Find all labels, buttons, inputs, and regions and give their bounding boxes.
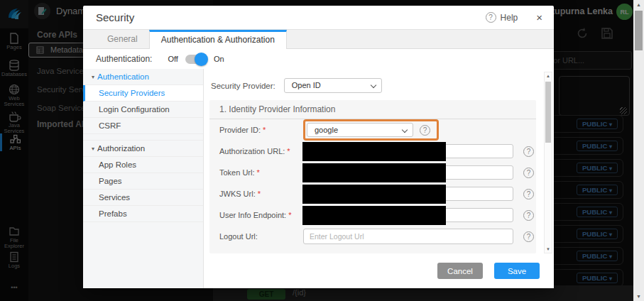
logout-url-row: Logout Url: ?: [209, 226, 536, 247]
scroll-up-icon[interactable]: ▲: [633, 2, 644, 7]
screen: Pages Databases Web Services Java Servic…: [0, 0, 644, 301]
redaction-overlay: [302, 163, 446, 182]
field-label: Logout Url:: [219, 232, 303, 241]
redaction-overlay: [302, 206, 446, 225]
chevron-down-icon: [402, 127, 408, 133]
identity-provider-panel: 1. Identity Provider Information Provide…: [209, 100, 536, 253]
dialog-title: Security: [96, 11, 486, 23]
nav-item-app-roles[interactable]: App Roles: [83, 157, 203, 173]
jwks-url-row: JWKS Url:* ?: [209, 183, 536, 204]
authentication-toggle[interactable]: [185, 55, 207, 64]
nav-header-authorization[interactable]: ▾Authorization: [83, 140, 203, 157]
browser-scrollbar[interactable]: ▲ ▼: [633, 0, 644, 301]
close-icon[interactable]: ×: [536, 12, 542, 23]
nav-item-security-providers[interactable]: Security Providers: [83, 85, 203, 102]
security-dialog: Security ? Help × General Authentication…: [83, 6, 554, 288]
nav-item-csrf[interactable]: CSRF: [83, 118, 203, 134]
nav-item-pages[interactable]: Pages: [83, 173, 203, 190]
nav-item-login-configuration[interactable]: Login Configuration: [83, 102, 203, 118]
help-icon[interactable]: ?: [420, 125, 430, 136]
security-nav: ▾Authentication Security Providers Login…: [83, 69, 204, 288]
logout-url-input[interactable]: [303, 229, 513, 244]
scroll-down-icon[interactable]: ▼: [633, 294, 644, 299]
toggle-knob: [195, 53, 208, 66]
authorization-url-row: Authorization URL:* ?: [209, 141, 536, 162]
security-content: Security Provider: Open ID 1. Identity P…: [204, 69, 554, 288]
field-label: Authorization URL:*: [219, 147, 303, 155]
chevron-down-icon: ▾: [92, 146, 94, 152]
field-label: Token Url:*: [219, 168, 303, 177]
cancel-button[interactable]: Cancel: [437, 263, 483, 279]
user-info-endpoint-input[interactable]: [303, 208, 513, 222]
help-icon[interactable]: ?: [523, 231, 534, 242]
chevron-down-icon: ▾: [92, 74, 94, 80]
security-provider-label: Security Provider:: [211, 82, 275, 90]
dialog-tabs: General Authentication & Authorization: [83, 30, 554, 49]
nav-header-authentication[interactable]: ▾Authentication: [83, 69, 203, 85]
jwks-url-input[interactable]: [303, 187, 513, 201]
chevron-down-icon: [371, 82, 376, 88]
tab-general[interactable]: General: [96, 30, 149, 48]
tab-authentication-authorization[interactable]: Authentication & Authorization: [149, 30, 287, 49]
redaction-overlay: [302, 185, 446, 204]
modal-scrollbar[interactable]: ▲ ▼: [544, 72, 552, 253]
required-marker: *: [257, 168, 260, 177]
field-label: User Info Endpoint:*: [219, 211, 303, 219]
section-title: 1. Identity Provider Information: [209, 100, 536, 119]
dialog-body: ▾Authentication Security Providers Login…: [83, 69, 554, 288]
dialog-header: Security ? Help ×: [83, 6, 554, 30]
provider-id-highlight: google ?: [303, 119, 439, 141]
token-url-row: Token Url:* ?: [209, 162, 536, 183]
provider-id-select[interactable]: google: [307, 123, 413, 137]
authentication-toggle-row: Authentication: Off On: [83, 49, 554, 69]
nav-item-services[interactable]: Services: [83, 190, 203, 206]
required-marker: *: [258, 190, 261, 198]
token-url-input[interactable]: [303, 165, 513, 180]
provider-id-row: Provider ID:* google ?: [209, 119, 536, 141]
field-label: JWKS Url:*: [219, 190, 303, 198]
help-icon[interactable]: ?: [523, 168, 534, 178]
authorization-url-input[interactable]: [303, 144, 513, 158]
scroll-down-icon[interactable]: ▼: [545, 247, 552, 251]
required-marker: *: [288, 211, 291, 219]
security-provider-select[interactable]: Open ID: [284, 78, 382, 93]
required-marker: *: [263, 126, 266, 134]
save-button[interactable]: Save: [494, 263, 540, 279]
help-icon[interactable]: ?: [523, 146, 534, 157]
scrollbar-thumb[interactable]: [545, 82, 551, 143]
field-label: Provider ID:*: [219, 126, 303, 134]
redaction-overlay: [302, 142, 446, 161]
toggle-off-label: Off: [168, 55, 178, 63]
authentication-label: Authentication:: [96, 54, 152, 64]
help-button[interactable]: ? Help: [486, 12, 518, 23]
user-info-endpoint-row: User Info Endpoint:* ?: [209, 204, 536, 226]
help-icon[interactable]: ?: [523, 210, 534, 221]
scrollbar-thumb[interactable]: [635, 11, 643, 50]
help-icon[interactable]: ?: [523, 189, 534, 199]
toggle-on-label: On: [214, 55, 224, 63]
required-marker: *: [287, 147, 290, 155]
help-icon: ?: [486, 12, 496, 23]
nav-item-prefabs[interactable]: Prefabs: [83, 206, 203, 222]
scroll-up-icon[interactable]: ▲: [545, 74, 552, 78]
